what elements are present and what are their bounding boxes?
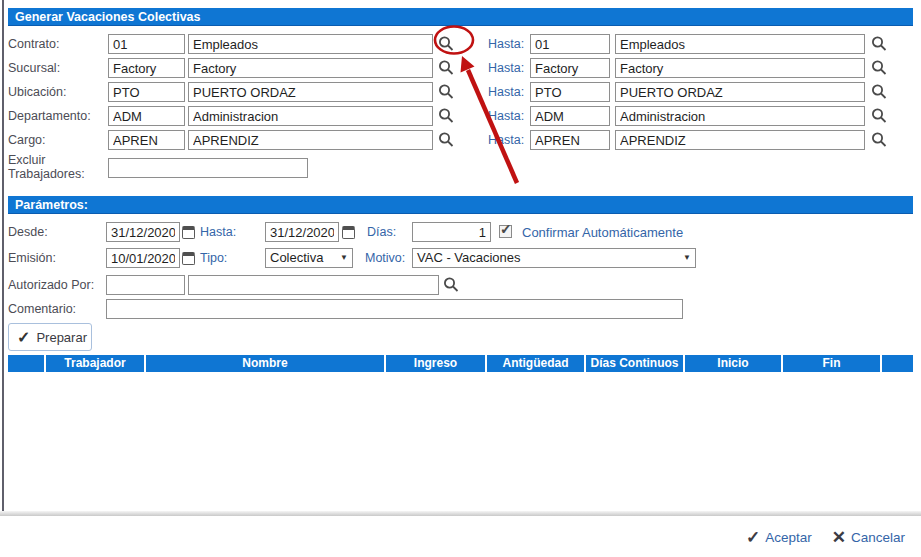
col-header-nombre: Nombre [146,355,384,372]
cargo-desc-input[interactable] [188,130,433,150]
filter-row-contrato: Contrato: Hasta: [8,34,913,55]
comentario-input[interactable] [106,299,683,319]
param-row-autorizado: Autorizado Por: [8,275,913,296]
footer-actions: ✓ Aceptar ✕ Cancelar [746,527,905,548]
departamento-hasta-code-input[interactable] [530,106,610,126]
panel-left-border [2,0,4,512]
col-header-ingreso: Ingreso [386,355,485,372]
preparar-check-icon: ✓ [17,328,30,347]
tipo-label: Tipo: [200,251,227,265]
desde-calendar-icon[interactable] [182,226,195,239]
motivo-select-value: VAC - Vacaciones [417,250,521,265]
contrato-search-icon[interactable] [437,35,455,53]
contrato-hasta-desc-input[interactable] [615,34,865,54]
sucursal-hasta-desc-input[interactable] [615,58,865,78]
filter-row-departamento: Departamento: Hasta: [8,106,913,127]
departamento-hasta-label: Hasta: [488,109,524,123]
departamento-hasta-search-icon[interactable] [870,107,888,125]
checkbox-check-icon: ✓ [500,221,512,237]
param-row-emision: Emisión: Tipo: Colectiva ▼ Motivo: VAC -… [8,248,913,269]
aceptar-check-icon: ✓ [746,527,760,548]
autorizado-code-input[interactable] [106,275,185,295]
sucursal-hasta-label: Hasta: [488,61,524,75]
aceptar-label: Aceptar [765,530,812,545]
cancelar-x-icon: ✕ [832,527,846,548]
motivo-label: Motivo: [365,251,405,265]
ubicacion-hasta-label: Hasta: [488,85,524,99]
cargo-code-input[interactable] [108,130,185,150]
motivo-select[interactable]: VAC - Vacaciones ▼ [412,248,696,268]
confirmar-label: Confirmar Automáticamente [522,225,683,240]
tipo-select[interactable]: Colectiva ▼ [265,248,353,268]
departamento-code-input[interactable] [108,106,185,126]
ubicacion-label: Ubicación: [8,85,66,99]
hasta-fecha-label: Hasta: [200,225,236,239]
emision-calendar-icon[interactable] [182,252,195,265]
col-header-trabajador: Trabajador [46,355,144,372]
filter-row-excluir: Excluir Trabajadores: [8,152,913,184]
filter-row-ubicacion: Ubicación: Hasta: [8,82,913,103]
hasta-date-input[interactable] [265,222,339,242]
col-header-inicio: Inicio [685,355,781,372]
cargo-hasta-label: Hasta: [488,133,524,147]
hasta-calendar-icon[interactable] [342,226,355,239]
confirmar-checkbox[interactable]: ✓ [499,225,512,238]
contrato-hasta-search-icon[interactable] [870,35,888,53]
tipo-select-value: Colectiva [270,250,323,265]
section-title-parametros: Parámetros: [8,196,913,214]
ubicacion-hasta-code-input[interactable] [530,82,610,102]
cargo-hasta-search-icon[interactable] [870,131,888,149]
departamento-search-icon[interactable] [437,107,455,125]
desde-date-input[interactable] [106,222,180,242]
dias-label: Días: [367,225,396,239]
col-header-antiguedad: Antigüedad [487,355,584,372]
excluir-trabajadores-input[interactable] [108,158,308,178]
sucursal-desc-input[interactable] [188,58,433,78]
contrato-code-input[interactable] [108,34,185,54]
ubicacion-hasta-search-icon[interactable] [870,83,888,101]
departamento-hasta-desc-input[interactable] [615,106,865,126]
departamento-desc-input[interactable] [188,106,433,126]
cargo-hasta-desc-input[interactable] [615,130,865,150]
ubicacion-code-input[interactable] [108,82,185,102]
cancelar-label: Cancelar [851,530,905,545]
autorizado-label: Autorizado Por: [8,278,94,292]
vacaciones-colectivas-window: Generar Vacaciones Colectivas Contrato: … [0,0,921,557]
ubicacion-desc-input[interactable] [188,82,433,102]
bottom-divider [0,511,921,516]
autorizado-search-icon[interactable] [442,276,460,294]
cargo-search-icon[interactable] [437,131,455,149]
autorizado-desc-input[interactable] [188,275,439,295]
motivo-dropdown-arrow-icon: ▼ [683,253,691,262]
col-header-blank-right [882,355,913,372]
filter-row-sucursal: Sucursal: Hasta: [8,58,913,79]
cargo-label: Cargo: [8,133,46,147]
sucursal-hasta-search-icon[interactable] [870,59,888,77]
sucursal-code-input[interactable] [108,58,185,78]
excluir-label-line1: Excluir [8,153,46,167]
results-table-header: Trabajador Nombre Ingreso Antigüedad Día… [8,355,913,372]
param-row-comentario: Comentario: [8,299,913,320]
col-header-dias-continuos: Días Continuos [586,355,683,372]
comentario-label: Comentario: [8,302,76,316]
contrato-desc-input[interactable] [188,34,433,54]
filter-row-cargo: Cargo: Hasta: [8,130,913,151]
emision-label: Emisión: [8,251,56,265]
aceptar-button[interactable]: ✓ Aceptar [746,527,812,548]
dias-input[interactable] [412,222,491,242]
col-header-fin: Fin [783,355,880,372]
contrato-hasta-code-input[interactable] [530,34,610,54]
contrato-label: Contrato: [8,37,59,51]
sucursal-hasta-code-input[interactable] [530,58,610,78]
preparar-button-label: Preparar [36,330,87,345]
excluir-label-line2: Trabajadores: [8,167,85,181]
cancelar-button[interactable]: ✕ Cancelar [832,527,905,548]
col-header-blank-left [8,355,44,372]
tipo-dropdown-arrow-icon: ▼ [340,253,348,262]
emision-date-input[interactable] [106,248,180,268]
cargo-hasta-code-input[interactable] [530,130,610,150]
sucursal-search-icon[interactable] [437,59,455,77]
ubicacion-hasta-desc-input[interactable] [615,82,865,102]
ubicacion-search-icon[interactable] [437,83,455,101]
preparar-button[interactable]: ✓ Preparar [8,323,92,351]
